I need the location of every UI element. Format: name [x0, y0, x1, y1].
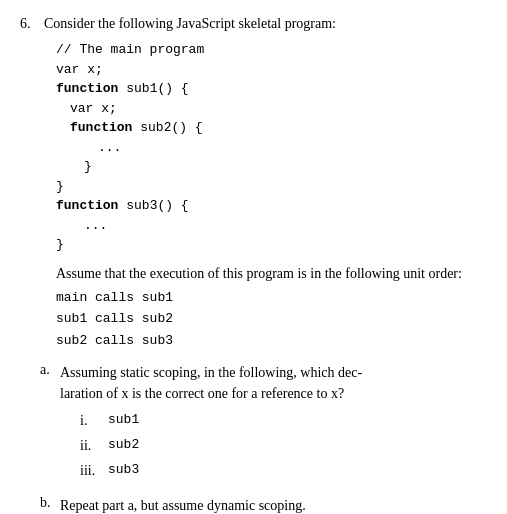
sub-sub-item-i: i. sub1 [80, 410, 487, 431]
execution-order-text: Assume that the execution of this progra… [56, 263, 487, 284]
question-header: 6. Consider the following JavaScript ske… [20, 16, 487, 32]
call-sub2-sub3: sub2 calls sub3 [56, 333, 173, 348]
calls-list: main calls sub1 sub1 calls sub2 sub2 cal… [56, 286, 487, 351]
sub-question-b-label: b. [40, 495, 56, 514]
code-function-sub3: function sub3() { [56, 196, 487, 216]
sub-question-a-content: Assuming static scoping, in the followin… [60, 362, 487, 481]
sub-sub-item-ii: ii. sub2 [80, 435, 487, 456]
sub-sub-item-iii: iii. sub3 [80, 460, 487, 481]
keyword-function-2: function [70, 120, 132, 135]
roman-label-i: i. [80, 410, 104, 431]
question-text: Consider the following JavaScript skelet… [44, 16, 487, 32]
sub-question-b-text: Repeat part a, but assume dynamic scopin… [60, 498, 306, 513]
keyword-function-3: function [56, 198, 118, 213]
sub-question-a-label: a. [40, 362, 56, 481]
answer-sub3: sub3 [108, 460, 139, 481]
call-sub1-sub2: sub1 calls sub2 [56, 311, 173, 326]
roman-label-iii: iii. [80, 460, 104, 481]
answer-sub1: sub1 [108, 410, 139, 431]
code-block: // The main program var x; function sub1… [56, 40, 487, 255]
sub-question-a: a. Assuming static scoping, in the follo… [40, 362, 487, 481]
code-close-sub2: } [56, 157, 487, 177]
call-main-sub1: main calls sub1 [56, 290, 173, 305]
code-function-sub2: function sub2() { [56, 118, 487, 138]
roman-label-ii: ii. [80, 435, 104, 456]
sub-question-b-content: Repeat part a, but assume dynamic scopin… [60, 495, 487, 514]
sub-question-b: b. Repeat part a, but assume dynamic sco… [40, 495, 487, 514]
code-function-sub1: function sub1() { [56, 79, 487, 99]
code-comment-line: // The main program [56, 40, 487, 60]
sub-question-a-text: Assuming static scoping, in the followin… [60, 365, 362, 401]
code-close-sub1: } [56, 177, 487, 197]
code-close-sub3: } [56, 235, 487, 255]
code-var-x-main: var x; [56, 60, 487, 80]
question-number: 6. [20, 16, 40, 32]
question-container: 6. Consider the following JavaScript ske… [20, 16, 487, 514]
code-var-x-sub1: var x; [56, 99, 487, 119]
execution-order-label: Assume that the execution of this progra… [56, 266, 462, 281]
code-ellipsis-sub2: ... [56, 138, 487, 158]
keyword-function-1: function [56, 81, 118, 96]
answer-sub2: sub2 [108, 435, 139, 456]
code-ellipsis-sub3: ... [56, 216, 487, 236]
